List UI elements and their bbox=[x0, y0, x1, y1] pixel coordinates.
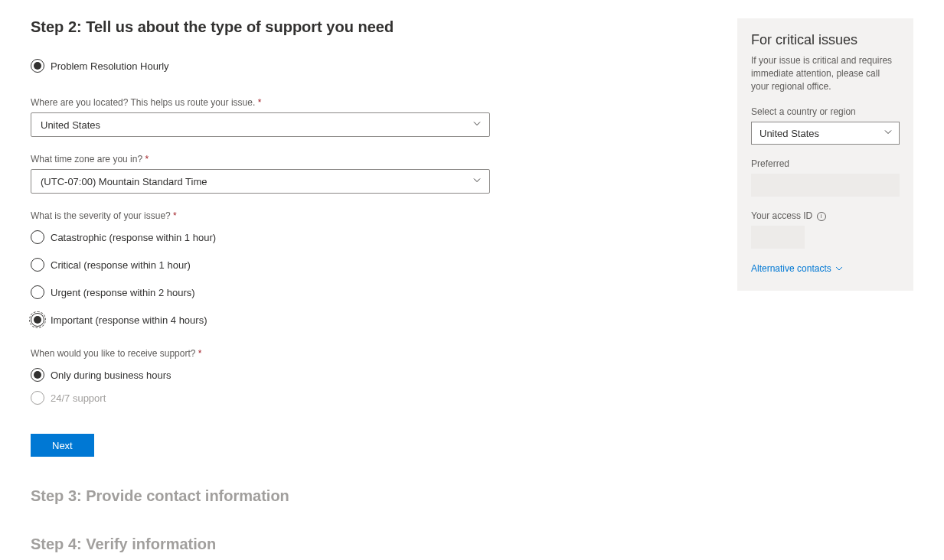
sidebar-title: For critical issues bbox=[751, 32, 900, 48]
region-select[interactable]: United States bbox=[751, 122, 900, 145]
severity-label: What is the severity of your issue? * bbox=[31, 210, 490, 221]
radio-label: Problem Resolution Hourly bbox=[51, 60, 169, 72]
step-3-heading: Step 3: Provide contact information bbox=[31, 487, 490, 505]
critical-issues-panel: For critical issues If your issue is cri… bbox=[737, 18, 913, 291]
radio-label: Only during business hours bbox=[51, 370, 171, 381]
radio-label: Important (response within 4 hours) bbox=[51, 314, 207, 326]
next-button[interactable]: Next bbox=[31, 434, 94, 457]
timezone-select[interactable]: (UTC-07:00) Mountain Standard Time bbox=[31, 169, 490, 194]
access-id-value-placeholder bbox=[751, 226, 805, 249]
location-select[interactable]: United States bbox=[31, 112, 490, 137]
timezone-label: What time zone are you in? * bbox=[31, 154, 490, 164]
step-4-heading: Step 4: Verify information bbox=[31, 536, 490, 553]
radio-severity-urgent[interactable]: Urgent (response within 2 hours) bbox=[31, 281, 490, 304]
radio-severity-catastrophic[interactable]: Catastrophic (response within 1 hour) bbox=[31, 226, 490, 249]
required-marker: * bbox=[258, 97, 262, 108]
region-label: Select a country or region bbox=[751, 106, 900, 117]
radio-label: Catastrophic (response within 1 hour) bbox=[51, 232, 216, 243]
radio-icon bbox=[31, 258, 44, 272]
step-2-heading: Step 2: Tell us about the type of suppor… bbox=[31, 18, 490, 36]
required-marker: * bbox=[145, 154, 149, 164]
required-marker: * bbox=[198, 348, 202, 359]
radio-label: Critical (response within 1 hour) bbox=[51, 259, 191, 271]
chevron-down-icon bbox=[835, 264, 844, 273]
region-select-value: United States bbox=[759, 128, 819, 139]
radio-icon bbox=[31, 391, 44, 405]
timezone-select-value: (UTC-07:00) Mountain Standard Time bbox=[41, 176, 207, 187]
radio-icon bbox=[31, 313, 44, 327]
info-icon[interactable]: i bbox=[817, 212, 826, 221]
radio-icon bbox=[31, 59, 44, 73]
location-label: Where are you located? This helps us rou… bbox=[31, 97, 490, 108]
preferred-value-placeholder bbox=[751, 174, 900, 197]
chevron-down-icon bbox=[884, 128, 893, 139]
sidebar-description: If your issue is critical and requires i… bbox=[751, 54, 900, 93]
radio-icon bbox=[31, 285, 44, 299]
radio-support-247: 24/7 support bbox=[31, 386, 490, 409]
radio-icon bbox=[31, 368, 44, 382]
chevron-down-icon bbox=[472, 119, 482, 131]
radio-severity-important[interactable]: Important (response within 4 hours) bbox=[31, 308, 490, 331]
radio-problem-resolution-hourly[interactable]: Problem Resolution Hourly bbox=[31, 54, 490, 77]
radio-icon bbox=[31, 230, 44, 244]
preferred-label: Preferred bbox=[751, 158, 900, 169]
radio-support-business-hours[interactable]: Only during business hours bbox=[31, 363, 490, 386]
location-select-value: United States bbox=[41, 119, 100, 131]
chevron-down-icon bbox=[472, 176, 482, 187]
radio-severity-critical[interactable]: Critical (response within 1 hour) bbox=[31, 253, 490, 276]
radio-label: Urgent (response within 2 hours) bbox=[51, 287, 195, 298]
support-time-label: When would you like to receive support? … bbox=[31, 348, 490, 359]
required-marker: * bbox=[173, 210, 177, 221]
access-id-label: Your access ID i bbox=[751, 210, 900, 221]
radio-label: 24/7 support bbox=[51, 392, 106, 404]
alternative-contacts-link[interactable]: Alternative contacts bbox=[751, 263, 844, 274]
